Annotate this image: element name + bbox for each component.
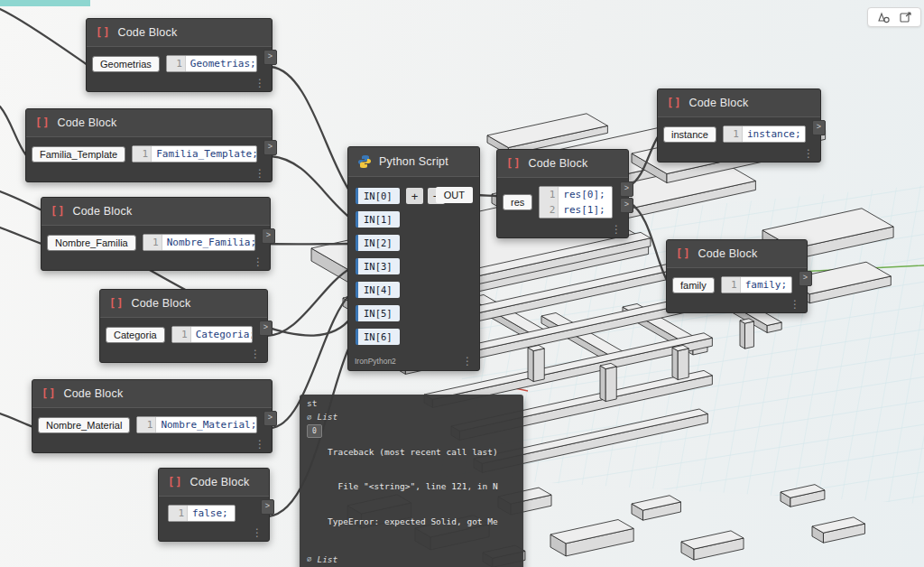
node-options-icon[interactable]: ⋮ — [462, 356, 473, 367]
line-number: 1 — [137, 417, 156, 432]
code-block-icon: [] — [51, 205, 65, 218]
code-block-node-res[interactable]: [] Code Block res 1res[0]; 2res[1]; > > … — [496, 149, 629, 238]
python-input-in3[interactable]: IN[3] — [356, 258, 400, 274]
node-options-icon[interactable]: ⋮ — [254, 168, 265, 179]
list-icon: ∅ — [307, 554, 311, 563]
python-output-port[interactable]: OUT — [436, 187, 473, 203]
output-port[interactable]: > — [261, 499, 274, 515]
line-number: 1 — [724, 126, 743, 142]
code-block-node-family[interactable]: [] Code Block family 1family; > ⋮ — [666, 239, 808, 313]
node-title: Code Block — [72, 205, 132, 218]
code-editor[interactable]: 1res[0]; 2res[1]; — [539, 186, 612, 218]
clipped-preview-text: st — [307, 398, 516, 408]
output-port[interactable]: > — [799, 271, 812, 286]
output-port-res0[interactable]: > — [620, 181, 633, 197]
export-view-icon[interactable] — [895, 10, 917, 24]
code-block-icon: [] — [506, 157, 521, 170]
input-port-family[interactable]: family — [672, 277, 715, 293]
code-block-node-familia-template[interactable]: [] Code Block Familia_Template 1Familia_… — [25, 108, 273, 182]
node-options-icon[interactable]: ⋮ — [611, 224, 622, 235]
code-block-icon: [] — [42, 387, 56, 400]
dynamo-canvas[interactable]: [] Code Block Geometrias 1Geometrias; > … — [0, 0, 924, 567]
code-text: Familia_Template; — [152, 146, 257, 162]
python-engine-label[interactable]: IronPython2 — [355, 357, 396, 366]
node-header[interactable]: Python Script — [348, 147, 479, 177]
list-index-badge: 0 — [307, 424, 322, 438]
node-header[interactable]: [] Code Block — [32, 380, 272, 408]
input-port-nombre-material[interactable]: Nombre_Material — [38, 417, 130, 433]
output-port[interactable]: > — [262, 228, 275, 244]
code-block-node-categoria[interactable]: [] Code Block Categoria 1Categoria; > ⋮ — [99, 289, 268, 363]
node-options-icon[interactable]: ⋮ — [254, 439, 265, 450]
output-port[interactable]: > — [259, 321, 273, 336]
code-block-icon: [] — [35, 116, 50, 129]
input-port-instance[interactable]: instance — [663, 126, 716, 143]
input-port-geometrias[interactable]: Geometrias — [92, 56, 160, 72]
line-number: 2 — [540, 202, 559, 218]
code-editor[interactable]: 1Familia_Template; — [132, 145, 257, 163]
node-options-icon[interactable]: ⋮ — [253, 256, 263, 267]
list-label: List — [317, 554, 337, 564]
code-editor[interactable]: 1family; — [721, 276, 792, 293]
code-text: instance; — [743, 126, 806, 142]
node-header[interactable]: [] Code Block — [497, 150, 628, 178]
input-port-categoria[interactable]: Categoria — [106, 327, 165, 343]
node-options-icon[interactable]: ⋮ — [254, 78, 265, 88]
input-port-res[interactable]: res — [503, 194, 532, 210]
node-header[interactable]: [] Code Block — [42, 198, 270, 226]
python-input-in0[interactable]: IN[0] — [356, 188, 400, 204]
python-input-in1[interactable]: IN[1] — [356, 211, 400, 228]
output-port[interactable]: > — [263, 411, 277, 426]
code-block-node-false[interactable]: [] Code Block 1false; > ⋮ — [158, 468, 270, 542]
code-editor[interactable]: 1false; — [168, 505, 236, 522]
code-block-node-nombre-familia[interactable]: [] Code Block Nombre_Familia 1Nombre_Fam… — [41, 197, 271, 271]
node-header[interactable]: [] Code Block — [159, 469, 269, 497]
input-port-familia-template[interactable]: Familia_Template — [32, 146, 125, 163]
node-title: Code Block — [57, 116, 116, 129]
code-text: Geometrias; — [186, 56, 257, 71]
python-script-node[interactable]: Python Script IN[0] IN[1] IN[2] IN[3] IN… — [347, 146, 480, 371]
code-text: res[0]; — [559, 187, 611, 202]
code-editor[interactable]: 1Nombre_Familia; — [143, 234, 255, 251]
line-number: 1 — [169, 506, 188, 521]
code-block-icon: [] — [667, 97, 681, 109]
code-block-node-instance[interactable]: [] Code Block instance 1instance; > ⋮ — [657, 88, 821, 163]
code-editor[interactable]: 1Nombre_Material; — [136, 416, 257, 433]
code-editor[interactable]: 1Categoria; — [171, 326, 253, 343]
node-title: Code Block — [117, 26, 177, 39]
node-header[interactable]: [] Code Block — [100, 290, 267, 318]
node-options-icon[interactable]: ⋮ — [252, 527, 263, 538]
python-input-in5[interactable]: IN[5] — [356, 305, 400, 321]
code-editor[interactable]: 1Geometrias; — [166, 55, 257, 72]
line-number: 1 — [133, 146, 152, 162]
node-title: Code Block — [131, 297, 190, 310]
add-input-button[interactable]: + — [406, 188, 423, 204]
output-port[interactable]: > — [812, 120, 826, 135]
node-title: Code Block — [688, 97, 748, 109]
python-input-in2[interactable]: IN[2] — [356, 235, 400, 251]
node-header[interactable]: [] Code Block — [667, 240, 807, 268]
code-block-node-geometrias[interactable]: [] Code Block Geometrias 1Geometrias; > … — [86, 18, 273, 92]
python-input-in6[interactable]: IN[6] — [356, 329, 400, 345]
geometry-preview-icon[interactable] — [872, 10, 893, 24]
node-options-icon[interactable]: ⋮ — [803, 148, 814, 159]
code-block-node-nombre-material[interactable]: [] Code Block Nombre_Material 1Nombre_Ma… — [32, 379, 273, 453]
code-block-icon: [] — [96, 26, 110, 39]
node-header[interactable]: [] Code Block — [658, 89, 820, 117]
list-icon: ∅ — [307, 413, 311, 422]
node-options-icon[interactable]: ⋮ — [790, 299, 800, 310]
node-header[interactable]: [] Code Block — [26, 109, 272, 137]
node-header[interactable]: [] Code Block — [87, 19, 272, 47]
node-title: Code Block — [528, 157, 587, 170]
python-input-in4[interactable]: IN[4] — [356, 282, 400, 298]
code-text: Nombre_Material; — [156, 417, 257, 432]
output-port[interactable]: > — [263, 140, 277, 155]
error-text: Traceback (most recent call last) File "… — [328, 423, 498, 551]
group-color-strip — [0, 0, 90, 6]
input-port-nombre-familia[interactable]: Nombre_Familia — [47, 235, 136, 251]
output-port[interactable]: > — [263, 50, 277, 65]
output-port-res1[interactable]: > — [620, 198, 633, 213]
node-options-icon[interactable]: ⋮ — [250, 349, 261, 359]
code-editor[interactable]: 1instance; — [723, 125, 806, 143]
preview-toolbar — [867, 7, 921, 27]
